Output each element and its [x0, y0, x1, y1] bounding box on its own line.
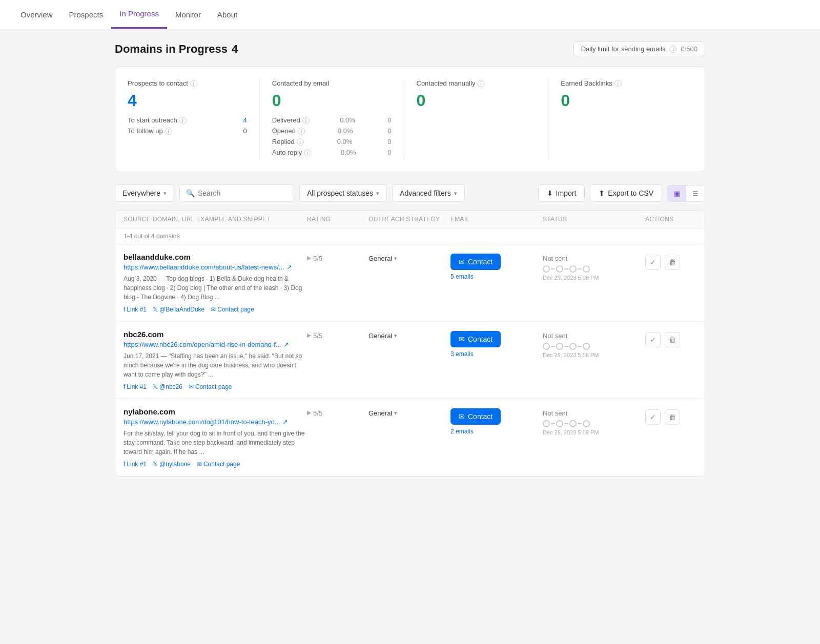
- rating-expand-icon[interactable]: ▶: [307, 255, 311, 261]
- strategy-select[interactable]: General ▾: [368, 255, 397, 262]
- replied-info-icon[interactable]: i: [297, 138, 304, 146]
- strategy-label: General: [368, 409, 392, 417]
- trash-icon: 🗑: [669, 413, 676, 421]
- autoreply-info-icon[interactable]: i: [304, 149, 311, 156]
- location-filter[interactable]: Everywhere ▾: [115, 184, 174, 202]
- contact-label: Contact page: [217, 306, 254, 313]
- domain-links: f Link #1 𝕏 @nbc26 ✉ Contact page: [124, 383, 307, 390]
- opened-info-icon[interactable]: i: [298, 128, 305, 135]
- domain-url: https://www.nylabone.com/dog101/how-to-t…: [124, 418, 307, 426]
- followup-info-icon[interactable]: i: [165, 128, 172, 135]
- progress-dots: [543, 265, 645, 273]
- nav-overview[interactable]: Overview: [12, 1, 61, 28]
- actions-cell: ✓ 🗑: [645, 330, 696, 347]
- advanced-filter[interactable]: Advanced filters ▾: [392, 184, 465, 202]
- list-icon: ☰: [692, 190, 699, 197]
- domain-url-link[interactable]: https://www.nylabone.com/dog101/how-to-t…: [124, 418, 280, 426]
- check-button[interactable]: ✓: [645, 409, 661, 425]
- progress-dot-4: [583, 420, 590, 427]
- contact-page-link[interactable]: ✉ Contact page: [189, 383, 232, 390]
- contact-page-link[interactable]: ✉ Contact page: [197, 461, 240, 468]
- facebook-link[interactable]: f Link #1: [124, 461, 147, 468]
- outreach-info-icon[interactable]: i: [179, 117, 187, 124]
- domain-info-bellaandduke: bellaandduke.com https://www.bellaandduk…: [124, 253, 307, 313]
- twitter-icon: 𝕏: [153, 383, 158, 390]
- rating-expand-icon[interactable]: ▶: [307, 409, 311, 416]
- nav-prospects[interactable]: Prospects: [61, 1, 112, 28]
- nav-in-progress[interactable]: In Progress: [111, 0, 167, 29]
- view-toggle: ▣ ☰: [667, 185, 705, 202]
- replied-row: Replied i 0.0% 0: [272, 138, 392, 146]
- email-cell: ✉ Contact 2 emails: [450, 407, 543, 435]
- contact-button[interactable]: ✉ Contact: [450, 331, 501, 347]
- rating-value: 5/5: [313, 255, 322, 262]
- progress-dot-2: [556, 420, 563, 427]
- prospects-value: 4: [128, 91, 247, 110]
- twitter-link[interactable]: 𝕏 @BellaAndDuke: [153, 306, 204, 313]
- domain-url-link[interactable]: https://www.nbc26.com/open/amid-rise-in-…: [124, 341, 281, 348]
- col-source: Source Domain, URL Example and Snippet: [124, 216, 307, 223]
- delivered-info-icon[interactable]: i: [302, 117, 310, 124]
- rating-expand-icon[interactable]: ▶: [307, 332, 311, 339]
- facebook-link[interactable]: f Link #1: [124, 383, 147, 390]
- progress-line-3: [578, 423, 582, 424]
- rating-cell: ▶ 5/5: [307, 253, 368, 262]
- strategy-select[interactable]: General ▾: [368, 409, 397, 417]
- delete-button[interactable]: 🗑: [665, 255, 680, 270]
- import-button[interactable]: ⬇ Import: [538, 184, 585, 202]
- twitter-link[interactable]: 𝕏 @nbc26: [153, 383, 182, 390]
- manual-label: Contacted manually i: [417, 79, 536, 87]
- check-button[interactable]: ✓: [645, 332, 661, 347]
- progress-line-2: [564, 423, 568, 424]
- daily-limit-info-icon[interactable]: i: [669, 46, 676, 53]
- progress-dot-2: [556, 265, 563, 273]
- actions-cell: ✓ 🗑: [645, 253, 696, 270]
- progress-dot-2: [556, 343, 563, 350]
- top-navigation: Overview Prospects In Progress Monitor A…: [0, 0, 820, 29]
- contact-button[interactable]: ✉ Contact: [450, 408, 501, 425]
- status-filter[interactable]: All prospect statuses ▾: [299, 184, 387, 202]
- export-button[interactable]: ⬆ Export to CSV: [590, 184, 662, 202]
- check-button[interactable]: ✓: [645, 255, 661, 270]
- col-status: Status: [543, 216, 645, 223]
- domain-count: 4: [232, 43, 238, 56]
- prospects-label: Prospects to contact i: [128, 79, 247, 87]
- domain-name: nylabone.com: [124, 407, 307, 416]
- progress-dot-4: [583, 343, 590, 350]
- twitter-link[interactable]: 𝕏 @nylabone: [153, 461, 191, 468]
- emails-count[interactable]: 5 emails: [450, 273, 474, 280]
- strategy-cell: General ▾: [368, 253, 450, 262]
- twitter-icon: 𝕏: [153, 461, 158, 468]
- progress-line-1: [551, 268, 555, 269]
- contact-page-link[interactable]: ✉ Contact page: [211, 306, 254, 313]
- emails-count[interactable]: 2 emails: [450, 428, 474, 435]
- nav-monitor[interactable]: Monitor: [167, 1, 209, 28]
- contact-button[interactable]: ✉ Contact: [450, 254, 501, 270]
- import-icon: ⬇: [547, 189, 553, 197]
- status-date: Dec 29, 2023 5:08 PM: [543, 275, 645, 281]
- export-label: Export to CSV: [608, 189, 653, 197]
- strategy-select[interactable]: General ▾: [368, 332, 397, 340]
- delete-button[interactable]: 🗑: [665, 409, 680, 425]
- search-input[interactable]: [198, 189, 288, 197]
- backlinks-info-icon[interactable]: i: [614, 80, 622, 87]
- list-view-button[interactable]: ☰: [686, 185, 705, 201]
- rating-cell: ▶ 5/5: [307, 330, 368, 340]
- delete-button[interactable]: 🗑: [665, 332, 680, 347]
- emails-count[interactable]: 3 emails: [450, 350, 474, 358]
- nav-about[interactable]: About: [209, 1, 245, 28]
- search-box[interactable]: 🔍: [179, 184, 294, 202]
- grid-view-button[interactable]: ▣: [668, 185, 686, 201]
- manual-info-icon[interactable]: i: [477, 80, 484, 87]
- status-date: Dec 29, 2023 5:08 PM: [543, 352, 645, 358]
- progress-dot-1: [543, 420, 550, 427]
- progress-line-1: [551, 423, 555, 424]
- prospects-info-icon[interactable]: i: [190, 80, 197, 87]
- domain-url-link[interactable]: https://www.bellaandduke.com/about-us/la…: [124, 263, 284, 271]
- trash-icon: 🗑: [669, 258, 676, 266]
- col-actions: Actions: [645, 216, 696, 223]
- twitter-icon: 𝕏: [153, 306, 158, 313]
- status-label: Not sent: [543, 409, 645, 417]
- facebook-link[interactable]: f Link #1: [124, 306, 147, 313]
- manual-value: 0: [417, 91, 536, 110]
